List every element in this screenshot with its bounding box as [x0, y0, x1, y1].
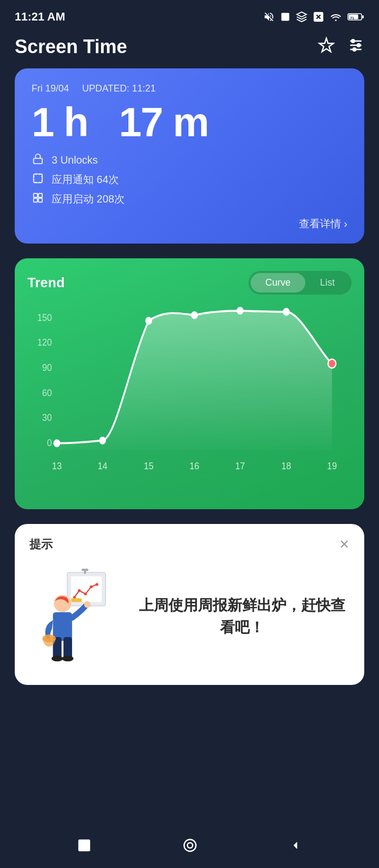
svg-text:15: 15: [144, 460, 154, 471]
trend-chart: 150 120 90 60 30 0 13 14 15 16 1: [27, 305, 352, 494]
wifi-icon: [330, 12, 342, 22]
summary-date: Fri 19/04 UPDATED: 11:21: [32, 83, 347, 94]
svg-rect-14: [34, 194, 37, 197]
summary-updated: UPDATED: 11:21: [82, 83, 156, 94]
svg-text:120: 120: [37, 337, 52, 348]
svg-rect-53: [64, 637, 72, 659]
hint-content: 上周使用周报新鲜出炉，赶快查看吧！: [29, 563, 350, 670]
hint-text: 上周使用周报新鲜出炉，赶快查看吧！: [135, 594, 350, 639]
hint-illustration: [29, 563, 124, 670]
nav-home-button[interactable]: [182, 837, 198, 857]
svg-text:30: 30: [42, 412, 52, 423]
svg-point-45: [95, 583, 98, 586]
svg-point-43: [84, 592, 87, 595]
trend-header: Trend Curve List: [27, 271, 352, 295]
trend-title: Trend: [27, 275, 65, 291]
close-square-icon: [313, 11, 324, 23]
svg-point-55: [62, 655, 74, 661]
nav-back-button[interactable]: [288, 838, 303, 856]
svg-point-59: [187, 843, 193, 848]
svg-text:60: 60: [42, 387, 52, 398]
svg-rect-40: [71, 576, 102, 602]
summary-date-text: Fri 19/04: [32, 83, 69, 94]
svg-point-29: [237, 307, 243, 314]
svg-point-30: [283, 308, 289, 315]
hint-card: 提示 ✕: [15, 524, 364, 685]
svg-point-28: [192, 312, 197, 319]
svg-point-42: [78, 589, 81, 592]
summary-hours: 1 h: [32, 99, 88, 145]
curve-toggle-button[interactable]: Curve: [251, 273, 305, 292]
lock-icon: [32, 153, 44, 167]
bottom-nav: [0, 826, 379, 868]
summary-card: Fri 19/04 UPDATED: 11:21 1 h 17 m 3 Unlo…: [15, 68, 364, 244]
svg-point-25: [54, 440, 59, 447]
summary-minutes: 17 m: [119, 99, 208, 145]
status-bar: 11:21 AM 71: [0, 0, 379, 29]
svg-rect-3: [362, 15, 364, 18]
svg-rect-0: [282, 13, 290, 21]
svg-text:18: 18: [282, 460, 292, 471]
svg-rect-50: [53, 612, 72, 641]
summary-stats: 3 Unlocks 应用通知 64次 应用启动 208次: [32, 153, 347, 206]
svg-point-27: [146, 317, 152, 324]
svg-text:17: 17: [235, 460, 245, 471]
svg-rect-17: [38, 198, 42, 202]
stat-notifications: 应用通知 64次: [32, 173, 347, 187]
svg-text:0: 0: [47, 437, 52, 448]
svg-text:90: 90: [42, 362, 52, 373]
svg-point-54: [52, 655, 63, 661]
view-details-link[interactable]: 查看详情 ›: [32, 217, 347, 231]
svg-point-9: [352, 39, 354, 42]
stat-launches: 应用启动 208次: [32, 192, 347, 206]
svg-rect-57: [78, 839, 91, 851]
list-toggle-button[interactable]: List: [305, 273, 350, 292]
layers-icon: [296, 11, 307, 23]
header-icons: [318, 37, 364, 57]
svg-text:14: 14: [97, 460, 107, 471]
chart-container: 150 120 90 60 30 0 13 14 15 16 1: [27, 305, 352, 494]
illustration-svg: [29, 563, 124, 668]
svg-rect-13: [34, 174, 43, 183]
header: Screen Time: [0, 29, 379, 68]
stat-unlocks: 3 Unlocks: [32, 153, 347, 167]
muted-icon: [263, 11, 275, 23]
svg-point-51: [84, 601, 91, 608]
trend-card: Trend Curve List 150 120 90 60 30 0: [15, 258, 364, 509]
svg-rect-48: [82, 569, 88, 571]
grid-icon: [32, 192, 44, 206]
svg-rect-46: [71, 598, 82, 602]
page-title: Screen Time: [15, 36, 127, 58]
svg-rect-15: [38, 194, 42, 197]
square-icon: [280, 12, 291, 22]
svg-point-26: [99, 437, 105, 444]
svg-text:150: 150: [37, 312, 52, 323]
svg-text:16: 16: [190, 460, 200, 471]
notification-icon: [32, 173, 44, 187]
svg-rect-12: [34, 158, 43, 164]
trend-toggle: Curve List: [248, 271, 352, 295]
status-time: 11:21 AM: [15, 10, 65, 24]
notifications-text: 应用通知 64次: [52, 173, 119, 187]
svg-rect-16: [34, 198, 37, 202]
nav-square-button[interactable]: [76, 837, 92, 857]
svg-text:13: 13: [52, 460, 62, 471]
unlocks-text: 3 Unlocks: [52, 154, 98, 166]
star-icon[interactable]: [318, 37, 335, 57]
svg-point-11: [353, 48, 356, 51]
battery-icon: 71: [347, 12, 364, 22]
launches-text: 应用启动 208次: [52, 192, 125, 206]
svg-point-58: [184, 839, 196, 851]
status-icons: 71: [263, 11, 364, 23]
svg-text:19: 19: [327, 460, 337, 471]
svg-point-44: [90, 586, 93, 588]
hint-title: 提示: [29, 537, 53, 552]
hint-header: 提示 ✕: [29, 537, 350, 552]
svg-point-31: [328, 359, 336, 368]
filter-icon[interactable]: [347, 37, 364, 57]
hint-close-button[interactable]: ✕: [339, 537, 350, 552]
svg-point-10: [357, 44, 360, 46]
svg-text:71: 71: [350, 16, 354, 20]
summary-time: 1 h 17 m: [32, 102, 347, 143]
